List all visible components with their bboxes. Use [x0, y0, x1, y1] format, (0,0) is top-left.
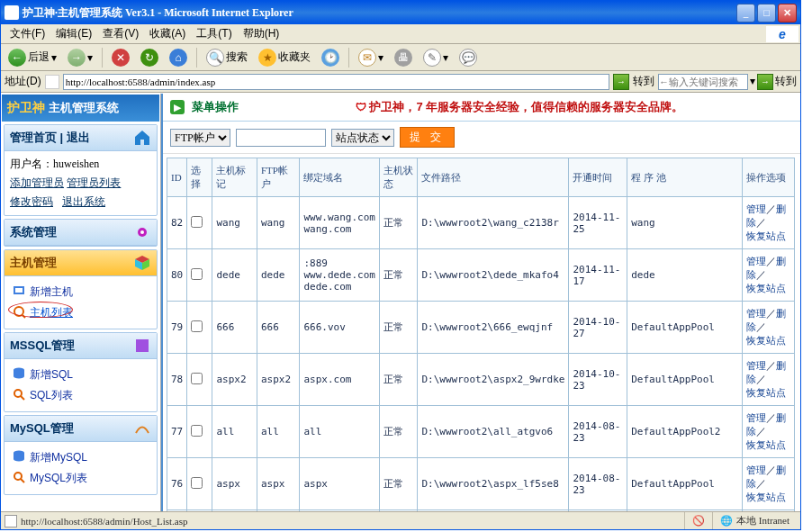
go-label[interactable]: 转到: [633, 74, 654, 89]
refresh-button[interactable]: ↻: [137, 47, 162, 68]
col-header: FTP帐户: [257, 158, 299, 197]
op-manage[interactable]: 管理: [746, 412, 766, 423]
go-button[interactable]: →: [613, 74, 629, 90]
cell: 正常: [379, 406, 418, 458]
cell: DefaultAppPool_asp: [627, 510, 743, 512]
address-input[interactable]: [63, 74, 609, 90]
sidebar-item-sql-list[interactable]: SQL列表: [10, 385, 151, 406]
menu-view[interactable]: 查看(V): [97, 24, 144, 43]
sidebar-item-new-sql[interactable]: 新增SQL: [10, 365, 151, 385]
op-manage[interactable]: 管理: [746, 360, 766, 371]
keyword-go-label[interactable]: 转到: [775, 74, 797, 89]
cell: 2014-08-23: [569, 458, 627, 510]
search-button[interactable]: 🔍搜索: [203, 47, 251, 68]
cell: 2014-08-23: [569, 510, 627, 512]
forward-button[interactable]: → ▾: [64, 47, 96, 68]
menu-op-label[interactable]: 菜单操作: [192, 99, 239, 115]
svg-point-1: [140, 230, 144, 234]
site-state-select[interactable]: 站点状态: [331, 129, 394, 147]
op-restore[interactable]: 恢复站点: [746, 335, 786, 346]
sidebar: 护卫神 主机管理系统 管理首页 | 退出 用户名：huweishen 添加管理员…: [1, 94, 161, 511]
edit-button[interactable]: ✎▾: [420, 47, 452, 68]
toolbar: ←后退 ▾ → ▾ ✕ ↻ ⌂ 🔍搜索 ★收藏夹 🕑 ✉▾ 🖶 ✎▾ 💬: [1, 44, 800, 71]
menu-fav[interactable]: 收藏(A): [144, 24, 191, 43]
cell: 80: [167, 249, 187, 302]
row-checkbox[interactable]: [191, 477, 203, 489]
menu-arrow-icon[interactable]: ▶: [170, 100, 185, 114]
mail-button[interactable]: ✉▾: [355, 47, 387, 68]
row-select-cell: [187, 458, 212, 510]
link-admin-list[interactable]: 管理员列表: [67, 176, 121, 189]
op-restore[interactable]: 恢复站点: [746, 439, 786, 450]
close-button[interactable]: ✕: [778, 4, 797, 23]
row-ops-cell: 管理／删除／恢复站点: [743, 249, 795, 302]
link-change-pwd[interactable]: 修改密码: [10, 195, 53, 208]
col-header: 开通时间: [569, 158, 627, 197]
op-restore[interactable]: 恢复站点: [746, 283, 786, 293]
cell: dede: [212, 249, 257, 302]
sidebar-item-new-host[interactable]: 新增主机: [10, 282, 151, 302]
favorites-button[interactable]: ★收藏夹: [255, 47, 314, 68]
op-restore[interactable]: 恢复站点: [746, 491, 786, 502]
row-checkbox[interactable]: [191, 268, 203, 280]
row-checkbox[interactable]: [191, 425, 203, 437]
zone-label: 本地 Intranet: [736, 514, 789, 527]
home-button[interactable]: ⌂: [166, 47, 191, 68]
row-ops-cell: 管理／删除／恢复站点: [743, 510, 795, 512]
cell: D:\wwwroot2\wang_c2138r: [418, 197, 569, 249]
row-ops-cell: 管理／删除／恢复站点: [743, 302, 795, 354]
account-type-select[interactable]: FTP帐户: [170, 129, 230, 147]
op-restore[interactable]: 恢复站点: [746, 230, 786, 241]
minimize-button[interactable]: _: [736, 4, 755, 23]
mysql-panel-header[interactable]: MySQL管理: [5, 416, 157, 442]
discuss-button[interactable]: 💬: [456, 47, 481, 68]
print-button[interactable]: 🖶: [391, 47, 416, 68]
mssql-panel-header[interactable]: MSSQL管理: [5, 333, 157, 359]
address-label: 地址(D): [5, 74, 41, 89]
sidebar-item-new-mysql[interactable]: 新增MySQL: [10, 447, 151, 468]
cell: D:\wwwroot2\666_ewqjnf: [418, 302, 569, 354]
link-logout[interactable]: 退出系统: [62, 195, 105, 208]
table-row: 80dededede:889www.dede.comdede.com正常D:\w…: [167, 249, 795, 302]
op-restore[interactable]: 恢复站点: [746, 387, 786, 398]
filter-text-input[interactable]: [236, 129, 326, 147]
menu-edit[interactable]: 编辑(E): [50, 24, 97, 43]
maximize-button[interactable]: □: [757, 4, 776, 23]
link-add-admin[interactable]: 添加管理员: [10, 176, 64, 189]
menu-file[interactable]: 文件(F): [5, 24, 50, 43]
cell: aspx: [212, 458, 257, 510]
menu-tools[interactable]: 工具(T): [191, 24, 237, 43]
menu-help[interactable]: 帮助(H): [238, 24, 285, 43]
row-checkbox[interactable]: [191, 373, 203, 384]
stop-button[interactable]: ✕: [108, 47, 133, 68]
keyword-go-button[interactable]: →: [757, 74, 773, 90]
cell: 正常: [379, 354, 418, 406]
op-manage[interactable]: 管理: [746, 256, 766, 266]
host-panel-header[interactable]: 主机管理: [5, 250, 157, 276]
home-panel-icon: [133, 129, 151, 147]
cell: D:\wwwroot2\aspx_lf5se8: [418, 458, 569, 510]
col-header: 文件路径: [418, 158, 569, 197]
cell: DefaultAppPool: [627, 458, 743, 510]
cell: aspx.com: [300, 354, 379, 406]
mssql-icon: [133, 337, 151, 355]
op-manage[interactable]: 管理: [746, 464, 766, 475]
op-manage[interactable]: 管理: [746, 308, 766, 319]
cell: 2014-11-17: [569, 249, 627, 302]
brand-sub: 主机管理系统: [49, 100, 119, 116]
table-row: 74asp22asp:888正常D:\wwwroot2\asp_ic2ob520…: [167, 510, 795, 512]
sidebar-item-mysql-list[interactable]: MySQL列表: [10, 468, 151, 489]
row-checkbox[interactable]: [191, 216, 203, 228]
op-manage[interactable]: 管理: [746, 203, 766, 214]
row-checkbox[interactable]: [191, 320, 203, 332]
sidebar-item-host-list[interactable]: 主机列表: [10, 302, 151, 323]
cell: www.wang.comwang.com: [300, 197, 379, 249]
submit-button[interactable]: 提 交: [400, 127, 455, 148]
history-button[interactable]: 🕑: [318, 47, 343, 68]
cell: aspx: [257, 458, 299, 510]
cell: aspx2: [212, 354, 257, 406]
keyword-search-input[interactable]: [658, 74, 748, 90]
back-button[interactable]: ←后退 ▾: [5, 47, 60, 68]
cell: asp: [257, 510, 299, 512]
sys-panel-header[interactable]: 系统管理: [5, 220, 157, 246]
